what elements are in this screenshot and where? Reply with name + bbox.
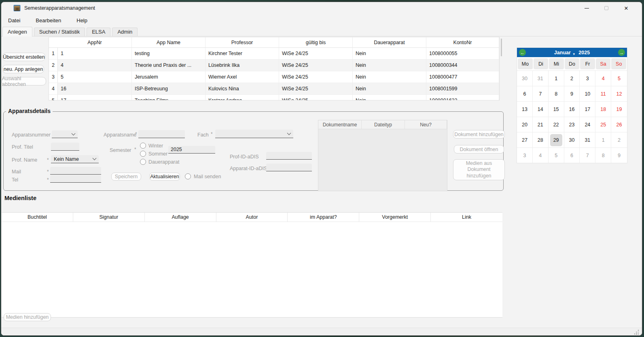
calendar-day[interactable]: 5	[549, 147, 564, 163]
tab-suchen-statistik[interactable]: Suchen / Statistik	[34, 28, 85, 36]
calendar-day[interactable]: 1	[595, 132, 611, 147]
calendar-day[interactable]: 31	[533, 70, 549, 86]
calendar-day[interactable]: 23	[564, 117, 580, 132]
calendar-day[interactable]: 9	[611, 147, 627, 163]
col-auflage[interactable]: Auflage	[145, 213, 216, 222]
col-professor[interactable]: Professor	[205, 37, 279, 47]
col-vorgemerkt[interactable]: Vorgemerkt	[359, 213, 431, 222]
calendar-day[interactable]: 10	[580, 86, 595, 101]
col-kontonr[interactable]: KontoNr	[426, 37, 499, 47]
close-button[interactable]: ✕	[617, 2, 636, 14]
calendar-day[interactable]: 16	[564, 101, 580, 117]
medien-hinzufuegen-button[interactable]: Medien hinzufügen	[4, 313, 51, 321]
menu-datei[interactable]: Datei	[3, 16, 25, 25]
col-buchtitel[interactable]: Buchtitel	[2, 213, 73, 222]
apparat-table[interactable]: AppNr App Name Professor gültig bis Daue…	[49, 37, 500, 100]
calendar-day[interactable]: 3	[517, 147, 533, 163]
previous-month-button[interactable]: ←	[519, 49, 526, 56]
calendar-day[interactable]: 1	[549, 70, 564, 86]
calendar-day[interactable]: 4	[595, 70, 611, 86]
calendar-day[interactable]: 4	[533, 147, 549, 163]
resize-grip-icon[interactable]	[634, 330, 639, 335]
col-neu[interactable]: Neu?	[405, 120, 447, 129]
calendar-day[interactable]: 24	[580, 117, 595, 132]
calendar-day[interactable]: 3	[580, 70, 595, 86]
col-app-name[interactable]: App Name	[132, 37, 205, 47]
col-dokumentname[interactable]: Dokumentname	[318, 120, 362, 129]
documents-table[interactable]: Dokumentname Dateityp Neu?	[318, 120, 447, 191]
calendar-day[interactable]: 2	[564, 70, 580, 86]
calendar-day[interactable]: 21	[533, 117, 549, 132]
calendar-day[interactable]: 5	[611, 70, 627, 86]
tab-elsa[interactable]: ELSA	[87, 28, 110, 36]
sommer-radio[interactable]	[140, 151, 146, 157]
mail-senden-checkbox[interactable]	[185, 173, 191, 179]
calendar-day[interactable]: 15	[549, 101, 564, 117]
table-row[interactable]: 517Teaching FilmsKratzer AndreaWiSe 24/2…	[49, 95, 499, 100]
apparatsnummer-combobox[interactable]	[52, 130, 78, 138]
calendar-day[interactable]: 12	[611, 86, 627, 101]
calendar-day[interactable]: 20	[517, 117, 533, 132]
calendar-day[interactable]: 25	[595, 117, 611, 132]
calendar-day[interactable]: 2	[611, 132, 627, 147]
col-link[interactable]: Link	[431, 213, 502, 222]
calendar-title[interactable]: Januar▾ 2025	[553, 50, 591, 55]
col-dateityp[interactable]: Dateityp	[362, 120, 405, 129]
col-gueltig-bis[interactable]: gültig bis	[279, 37, 353, 47]
next-month-button[interactable]: →	[618, 49, 625, 56]
apparatsname-input[interactable]	[138, 130, 185, 138]
calendar-day[interactable]: 30	[517, 70, 533, 86]
mail-input[interactable]	[50, 167, 101, 175]
prof-titel-input[interactable]	[51, 143, 79, 151]
uebersicht-erstellen-button[interactable]: Übersicht erstellen	[2, 53, 45, 61]
col-autor[interactable]: Autor	[216, 213, 288, 222]
table-row[interactable]: 35JerusalemWiemer AxelWiSe 24/25Nein1008…	[49, 71, 499, 83]
prof-name-combobox[interactable]: Kein Name	[51, 155, 99, 163]
calendar-day[interactable]: 6	[564, 147, 580, 163]
calendar-day[interactable]: 28	[533, 132, 549, 147]
calendar-day[interactable]: 18	[595, 101, 611, 117]
calendar-day[interactable]: 7	[580, 147, 595, 163]
tab-admin[interactable]: Admin	[112, 28, 138, 36]
auswahl-abbrechen-button[interactable]: Auswahl abbrechen	[2, 77, 46, 85]
table-row[interactable]: 24Theorie und Praxis der ...Lüsebrink Il…	[49, 60, 499, 71]
col-signatur[interactable]: Signatur	[73, 213, 145, 222]
calendar-month[interactable]: Januar	[554, 50, 571, 55]
calendar-day[interactable]: 31	[580, 132, 595, 147]
calendar-day[interactable]: 8	[595, 147, 611, 163]
dauerapparat-radio[interactable]	[140, 159, 146, 165]
col-im-apparat[interactable]: im Apparat?	[288, 213, 359, 222]
medien-table[interactable]: Buchtitel Signatur Auflage Autor im Appa…	[2, 212, 502, 318]
menu-bearbeiten[interactable]: Bearbeiten	[30, 16, 66, 25]
calendar-day[interactable]: 30	[564, 132, 580, 147]
calendar-day[interactable]: 6	[517, 86, 533, 101]
calendar-day[interactable]: 17	[580, 101, 595, 117]
minimize-button[interactable]	[577, 2, 596, 14]
calendar-day[interactable]: 22	[549, 117, 564, 132]
calendar-day-today[interactable]: 29	[549, 132, 564, 147]
dokument-oeffnen-button[interactable]: Dokument öffnen	[454, 145, 504, 154]
fach-combobox[interactable]	[215, 130, 293, 138]
calendar-day[interactable]: 26	[611, 117, 627, 132]
neue-app-anlegen-button[interactable]: neu. App anlegen	[2, 65, 44, 73]
calendar-day[interactable]: 11	[595, 86, 611, 101]
apparat-id-adis-input[interactable]	[266, 164, 312, 171]
col-dauerapparat[interactable]: Dauerapparat	[353, 37, 426, 47]
table-row[interactable]: 416ISP-BetreuungKulovics NinaWiSe 24/25N…	[49, 83, 499, 95]
calendar-day[interactable]: 8	[549, 86, 564, 101]
calendar-day[interactable]: 13	[517, 101, 533, 117]
aktualisieren-button[interactable]: Aktualisieren	[149, 173, 180, 181]
calendar-day[interactable]: 9	[564, 86, 580, 101]
prof-id-adis-input[interactable]	[266, 152, 312, 160]
calendar-day[interactable]: 14	[533, 101, 549, 117]
menu-help[interactable]: Help	[71, 16, 93, 25]
calendar-day[interactable]: 19	[611, 101, 627, 117]
tab-anlegen[interactable]: Anlegen	[2, 27, 32, 36]
winter-radio[interactable]	[140, 143, 146, 149]
col-appnr[interactable]: AppNr	[58, 37, 132, 47]
dokument-hinzufuegen-button[interactable]: Dokument hinzufügen	[453, 130, 505, 139]
calendar-year[interactable]: 2025	[578, 50, 590, 55]
semester-year-input[interactable]	[168, 146, 215, 154]
table-scrollbar[interactable]	[501, 38, 502, 56]
speichern-button[interactable]: Speichern	[111, 173, 141, 181]
